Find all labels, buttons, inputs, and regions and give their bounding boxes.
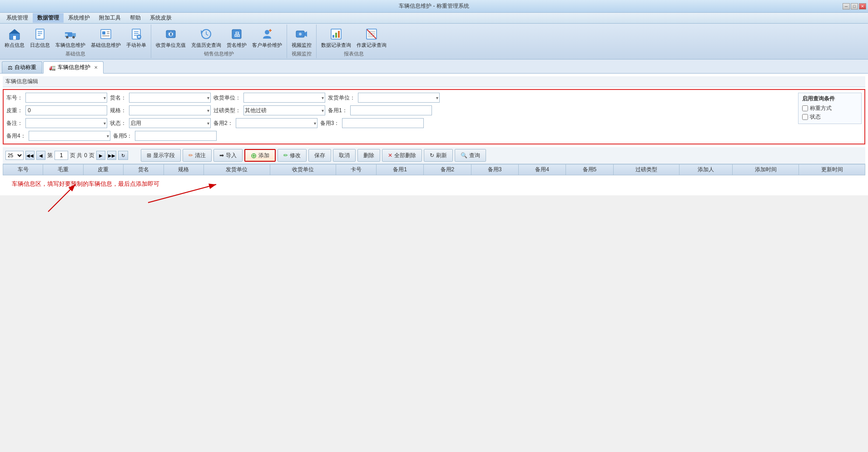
home-icon [7,26,22,42]
toolbar-manual-label: 手动补单 [126,42,146,49]
toolbar-report-section-label: 报表信息 [344,50,364,57]
refresh-icon: ↻ [430,152,434,159]
add-button[interactable]: ⊕ 添加 [244,149,276,162]
tab-auto-weight-label: 自动称重 [15,64,36,71]
toolbar-recharge-history[interactable]: 充值历史查询 [189,25,223,50]
spec-label: 规格： [110,107,126,114]
th-add-time: 添加时间 [733,164,799,175]
log-icon [32,26,48,42]
page-size-select[interactable]: 25 50 100 [5,151,24,160]
toolbar-log-label: 日志信息 [30,42,50,49]
svg-rect-2 [13,36,16,40]
refresh-pagination-button[interactable]: ↻ [118,151,128,160]
th-spec: 规格 [164,164,203,175]
minimize-button[interactable]: ─ [843,3,850,10]
toolbar-video-monitor[interactable]: 视频监控 [290,25,313,50]
toolbar-report-icons: 数据记录查询 作废记录查询 [319,25,388,50]
close-button[interactable]: ✕ [859,3,866,10]
spare2-select[interactable] [236,118,317,128]
delete-button[interactable]: 删除 [357,149,380,162]
edit-button[interactable]: ✏ 修改 [278,149,307,162]
spare5-input[interactable] [135,131,217,141]
spec-select[interactable] [129,105,211,115]
toolbar-goods-maintain[interactable]: 品 货名维护 [225,25,248,50]
toolbar-data-query[interactable]: 数据记录查询 [319,25,353,50]
th-add-person: 添加人 [680,164,733,175]
tara-input[interactable] [25,105,107,115]
save-button[interactable]: 保存 [308,149,331,162]
toolbar-receiver-recharge[interactable]: ¥ 收货单位充值 [154,25,188,50]
data-query-icon [328,26,344,42]
remark-button[interactable]: ✏ 清注 [183,149,212,162]
delete-all-button[interactable]: ✕ 全部删除 [382,149,422,162]
menu-extra-tools[interactable]: 附加工具 [94,13,125,23]
svg-point-32 [265,30,269,35]
toolbar-void-query[interactable]: 作废记录查询 [355,25,388,50]
toolbar-vehicle-maintain[interactable]: 车辆信息维护 [54,25,87,50]
manual-icon [129,26,144,42]
toolbar-basic-maintain[interactable]: 基础信息维护 [89,25,123,50]
checkbox-scale-method-input[interactable] [802,105,808,111]
receiver-select[interactable] [243,93,325,103]
first-page-button[interactable]: ◀◀ [25,151,35,160]
cross-type-wrapper: 其他过磅 销售过磅 采购过磅 [243,105,325,115]
toolbar-customer-price[interactable]: 客户单价维护 [250,25,284,50]
maximize-button[interactable]: □ [851,3,858,10]
next-page-button[interactable]: ▶ [96,151,105,160]
query-button[interactable]: 🔍 查询 [455,149,486,162]
status-select[interactable]: 启用 禁用 [129,118,211,128]
spare4-select[interactable] [29,131,110,141]
tab-auto-weight[interactable]: ⚖ 自动称重 [2,61,42,73]
spare3-input[interactable] [342,118,424,128]
car-no-input[interactable] [25,93,107,103]
toolbar-video-icons: 视频监控 [290,25,313,50]
toolbar-receiver-label: 收货单位充值 [156,42,186,49]
tab-vehicle-label: 车辆信息维护 [58,64,90,71]
toolbar-recharge-history-label: 充值历史查询 [191,42,221,49]
refresh-label: 刷新 [436,152,447,159]
toolbar-log-info[interactable]: 日志信息 [28,25,52,50]
menu-skin[interactable]: 系统皮肤 [145,13,176,23]
svg-point-37 [299,33,302,35]
import-button[interactable]: ➡ 导入 [213,149,243,162]
menu-system-maintain[interactable]: 系统维护 [64,13,94,23]
status-label: 状态： [110,119,126,127]
show-fields-button[interactable]: ⊞ 显示字段 [141,149,181,162]
receiver-wrapper [243,93,325,103]
sender-select[interactable] [358,93,440,103]
svg-rect-9 [65,34,68,36]
prev-page-button[interactable]: ◀ [36,151,45,160]
basic-icon [98,26,114,42]
th-cross-type: 过磅类型 [613,164,680,175]
svg-rect-41 [338,31,340,38]
toolbar-scale-point[interactable]: 称点信息 [3,25,26,50]
svg-marker-36 [304,31,307,37]
last-page-button[interactable]: ▶▶ [107,151,116,160]
cancel-button[interactable]: 取消 [333,149,356,162]
checkbox-scale-method: 称重方式 [802,104,858,112]
remark-input[interactable] [25,118,107,128]
query-label: 查询 [469,152,480,159]
truck-tab-icon: 🚛 [49,65,56,71]
refresh-button[interactable]: ↻ 刷新 [424,149,453,162]
goods-name-select[interactable] [129,93,211,103]
current-page-input[interactable] [55,151,68,160]
toolbar-basic-maintain-label: 基础信息维护 [91,42,121,49]
menu-data-manage[interactable]: 数据管理 [33,13,64,23]
query-title: 启用查询条件 [802,95,858,103]
svg-rect-39 [332,35,334,38]
cross-type-select[interactable]: 其他过磅 销售过磅 采购过磅 [243,105,325,115]
spare2-label: 备用2： [213,119,233,127]
menu-system-manage[interactable]: 系统管理 [2,13,33,23]
goods-icon: 品 [229,26,244,42]
spare1-input[interactable] [350,105,432,115]
tab-vehicle-maintain[interactable]: 🚛 车辆信息维护 ✕ [43,61,104,74]
save-label: 保存 [314,152,325,159]
spare1-label: 备用1： [328,107,347,114]
checkbox-status-input[interactable] [802,114,808,120]
tab-close-icon[interactable]: ✕ [94,65,98,70]
annotation-area: 车辆信息区，填写好要预制的车辆信息，最后点添加即可 [3,175,865,193]
toolbar-section-video: 视频监控 视频监控 [287,25,317,58]
toolbar-manual-order[interactable]: 手动补单 [124,25,148,50]
menu-help[interactable]: 帮助 [125,13,145,23]
